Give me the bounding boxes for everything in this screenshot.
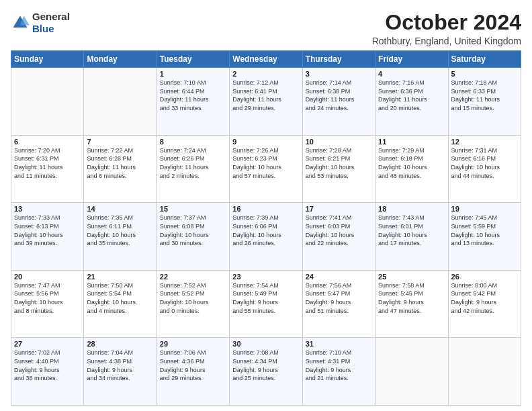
day-info: Sunrise: 7:58 AM Sunset: 5:45 PM Dayligh… [378,281,445,315]
day-number: 21 [87,273,153,281]
day-info: Sunrise: 7:26 AM Sunset: 6:23 PM Dayligh… [232,146,299,180]
month-title: October 2024 [372,11,521,34]
calendar-cell: 12Sunrise: 7:31 AM Sunset: 6:16 PM Dayli… [448,135,521,203]
day-number: 25 [378,273,445,281]
calendar-cell: 2Sunrise: 7:12 AM Sunset: 6:41 PM Daylig… [230,68,302,136]
calendar-cell [11,68,84,136]
day-info: Sunrise: 7:28 AM Sunset: 6:21 PM Dayligh… [306,146,372,180]
day-info: Sunrise: 7:22 AM Sunset: 6:28 PM Dayligh… [87,146,153,180]
day-number: 7 [87,138,153,146]
logo-general: General [32,11,70,22]
day-number: 30 [232,340,299,348]
calendar-week-row: 6Sunrise: 7:20 AM Sunset: 6:31 PM Daylig… [11,135,521,203]
day-number: 18 [378,205,445,213]
calendar-cell: 29Sunrise: 7:06 AM Sunset: 4:36 PM Dayli… [157,338,229,406]
calendar-cell: 8Sunrise: 7:24 AM Sunset: 6:26 PM Daylig… [157,135,229,203]
calendar-cell: 6Sunrise: 7:20 AM Sunset: 6:31 PM Daylig… [11,135,84,203]
day-info: Sunrise: 7:04 AM Sunset: 4:38 PM Dayligh… [87,349,153,382]
calendar-cell: 22Sunrise: 7:52 AM Sunset: 5:52 PM Dayli… [157,270,229,338]
day-info: Sunrise: 7:54 AM Sunset: 5:49 PM Dayligh… [232,281,299,315]
calendar-header-row: SundayMondayTuesdayWednesdayThursdayFrid… [11,51,521,68]
calendar-cell: 31Sunrise: 7:10 AM Sunset: 4:31 PM Dayli… [302,338,375,406]
day-info: Sunrise: 7:20 AM Sunset: 6:31 PM Dayligh… [14,146,81,180]
day-of-week-header: Thursday [302,51,375,68]
day-info: Sunrise: 7:39 AM Sunset: 6:06 PM Dayligh… [232,214,299,247]
day-info: Sunrise: 7:52 AM Sunset: 5:52 PM Dayligh… [160,281,226,315]
location: Rothbury, England, United Kingdom [372,36,521,46]
day-number: 15 [160,205,226,213]
day-number: 20 [14,273,81,281]
day-info: Sunrise: 7:08 AM Sunset: 4:34 PM Dayligh… [232,349,299,382]
calendar-cell: 10Sunrise: 7:28 AM Sunset: 6:21 PM Dayli… [302,135,375,203]
calendar-cell [84,68,157,136]
day-info: Sunrise: 7:56 AM Sunset: 5:47 PM Dayligh… [306,281,372,315]
day-number: 28 [87,340,153,348]
day-number: 27 [14,340,81,348]
calendar-cell: 5Sunrise: 7:18 AM Sunset: 6:33 PM Daylig… [448,68,521,136]
calendar-cell: 20Sunrise: 7:47 AM Sunset: 5:56 PM Dayli… [11,270,84,338]
calendar-cell: 25Sunrise: 7:58 AM Sunset: 5:45 PM Dayli… [375,270,448,338]
calendar-cell: 17Sunrise: 7:41 AM Sunset: 6:03 PM Dayli… [302,203,375,271]
day-number: 5 [451,70,518,78]
day-of-week-header: Friday [375,51,448,68]
day-info: Sunrise: 8:00 AM Sunset: 5:42 PM Dayligh… [451,281,518,315]
calendar-cell: 3Sunrise: 7:14 AM Sunset: 6:38 PM Daylig… [302,68,375,136]
calendar-cell: 11Sunrise: 7:29 AM Sunset: 6:18 PM Dayli… [375,135,448,203]
day-info: Sunrise: 7:33 AM Sunset: 6:13 PM Dayligh… [14,214,81,247]
day-number: 10 [306,138,372,146]
calendar-cell: 16Sunrise: 7:39 AM Sunset: 6:06 PM Dayli… [230,203,302,271]
day-info: Sunrise: 7:43 AM Sunset: 6:01 PM Dayligh… [378,214,445,247]
calendar-cell: 21Sunrise: 7:50 AM Sunset: 5:54 PM Dayli… [84,270,157,338]
calendar-cell [448,338,521,406]
day-number: 6 [14,138,81,146]
day-info: Sunrise: 7:06 AM Sunset: 4:36 PM Dayligh… [160,349,226,382]
day-info: Sunrise: 7:02 AM Sunset: 4:40 PM Dayligh… [14,349,81,382]
day-number: 4 [378,70,445,78]
calendar-cell: 27Sunrise: 7:02 AM Sunset: 4:40 PM Dayli… [11,338,84,406]
day-info: Sunrise: 7:41 AM Sunset: 6:03 PM Dayligh… [306,214,372,247]
calendar-week-row: 1Sunrise: 7:10 AM Sunset: 6:44 PM Daylig… [11,68,521,136]
day-info: Sunrise: 7:12 AM Sunset: 6:41 PM Dayligh… [232,79,299,112]
calendar-cell [375,338,448,406]
logo: General Blue [11,11,70,35]
calendar-cell: 24Sunrise: 7:56 AM Sunset: 5:47 PM Dayli… [302,270,375,338]
day-info: Sunrise: 7:24 AM Sunset: 6:26 PM Dayligh… [160,146,226,180]
day-info: Sunrise: 7:18 AM Sunset: 6:33 PM Dayligh… [451,79,518,112]
calendar-cell: 1Sunrise: 7:10 AM Sunset: 6:44 PM Daylig… [157,68,229,136]
logo-text: General Blue [32,11,70,35]
day-number: 24 [306,273,372,281]
day-number: 14 [87,205,153,213]
day-of-week-header: Monday [84,51,157,68]
day-info: Sunrise: 7:16 AM Sunset: 6:36 PM Dayligh… [378,79,445,112]
header: General Blue October 2024 Rothbury, Engl… [11,11,521,46]
calendar-cell: 9Sunrise: 7:26 AM Sunset: 6:23 PM Daylig… [230,135,302,203]
day-number: 13 [14,205,81,213]
calendar-cell: 18Sunrise: 7:43 AM Sunset: 6:01 PM Dayli… [375,203,448,271]
day-info: Sunrise: 7:37 AM Sunset: 6:08 PM Dayligh… [160,214,226,247]
day-info: Sunrise: 7:14 AM Sunset: 6:38 PM Dayligh… [306,79,372,112]
day-info: Sunrise: 7:45 AM Sunset: 5:59 PM Dayligh… [451,214,518,247]
calendar-week-row: 27Sunrise: 7:02 AM Sunset: 4:40 PM Dayli… [11,338,521,406]
day-of-week-header: Wednesday [230,51,302,68]
calendar-cell: 13Sunrise: 7:33 AM Sunset: 6:13 PM Dayli… [11,203,84,271]
day-info: Sunrise: 7:35 AM Sunset: 6:11 PM Dayligh… [87,214,153,247]
day-number: 16 [232,205,299,213]
calendar-cell: 30Sunrise: 7:08 AM Sunset: 4:34 PM Dayli… [230,338,302,406]
calendar-cell: 26Sunrise: 8:00 AM Sunset: 5:42 PM Dayli… [448,270,521,338]
day-number: 3 [306,70,372,78]
day-info: Sunrise: 7:10 AM Sunset: 6:44 PM Dayligh… [160,79,226,112]
day-number: 9 [232,138,299,146]
logo-icon [11,13,30,32]
day-of-week-header: Saturday [448,51,521,68]
page: General Blue October 2024 Rothbury, Engl… [0,0,532,411]
calendar-cell: 28Sunrise: 7:04 AM Sunset: 4:38 PM Dayli… [84,338,157,406]
day-number: 11 [378,138,445,146]
day-number: 12 [451,138,518,146]
calendar-cell: 15Sunrise: 7:37 AM Sunset: 6:08 PM Dayli… [157,203,229,271]
day-info: Sunrise: 7:31 AM Sunset: 6:16 PM Dayligh… [451,146,518,180]
day-info: Sunrise: 7:47 AM Sunset: 5:56 PM Dayligh… [14,281,81,315]
calendar-cell: 7Sunrise: 7:22 AM Sunset: 6:28 PM Daylig… [84,135,157,203]
day-info: Sunrise: 7:29 AM Sunset: 6:18 PM Dayligh… [378,146,445,180]
calendar-week-row: 13Sunrise: 7:33 AM Sunset: 6:13 PM Dayli… [11,203,521,271]
day-number: 1 [160,70,226,78]
